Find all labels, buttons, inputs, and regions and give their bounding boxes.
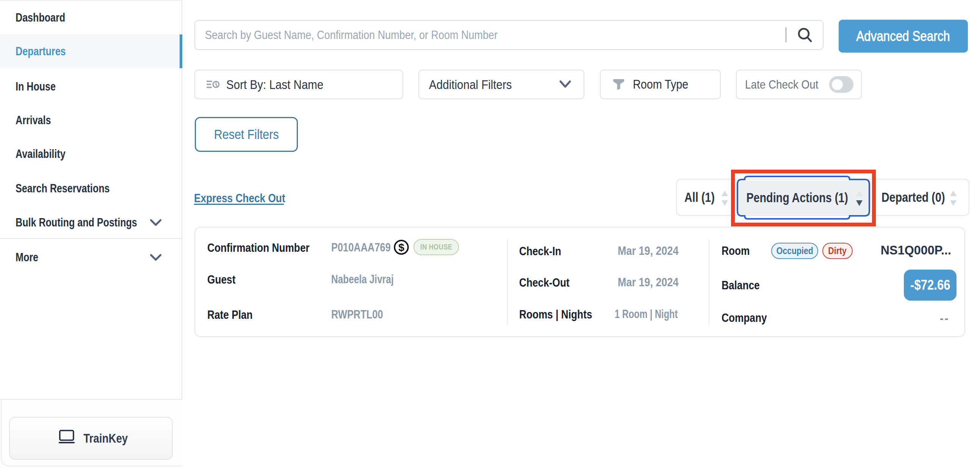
svg-text:$: $ — [398, 241, 404, 253]
